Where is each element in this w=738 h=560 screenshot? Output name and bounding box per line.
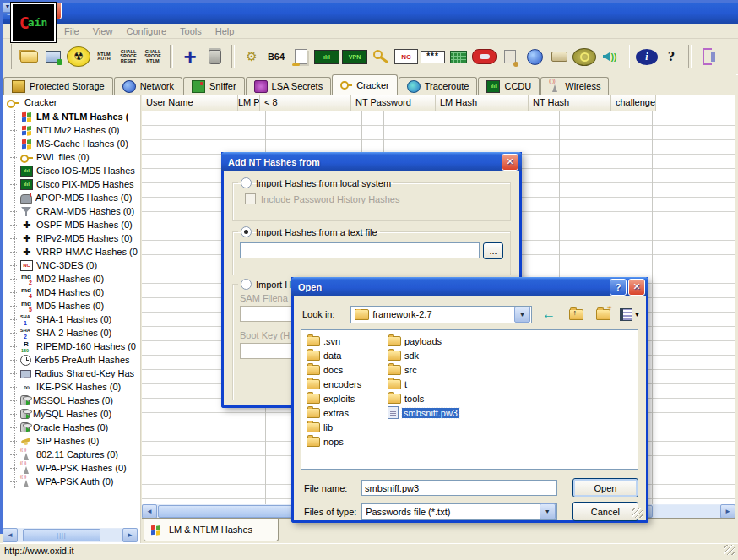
start-apr-icon[interactable]: ☢ — [67, 46, 90, 67]
base64-password-decoder-icon[interactable]: B64 — [265, 43, 287, 70]
toolbar-separator[interactable] — [231, 45, 235, 68]
toolbar-separator[interactable] — [170, 45, 173, 68]
remove-icon[interactable] — [203, 43, 225, 70]
key-search-icon[interactable] — [572, 48, 596, 66]
radio-import-local[interactable] — [241, 177, 252, 188]
resize-grip[interactable] — [724, 545, 735, 555]
column-header[interactable]: NT Hash — [529, 95, 611, 111]
tree-item[interactable]: IKE-PSK Hashes (0) — [3, 380, 140, 394]
chall-spoof-ntlm-icon[interactable]: CHALL SPOOF NTLM — [142, 43, 164, 70]
info-icon[interactable]: i — [636, 49, 658, 65]
close-icon[interactable]: ✕ — [502, 154, 518, 171]
tree-item[interactable]: SIP Hashes (0) — [3, 434, 140, 448]
scroll-left-icon[interactable]: ◄ — [142, 504, 157, 519]
column-header[interactable]: challenge — [611, 95, 656, 111]
bottom-tab-lm-ntlm[interactable]: LM & NTLM Hashes — [144, 519, 279, 541]
save-session-icon[interactable] — [42, 43, 64, 70]
tree-item[interactable]: WPA-PSK Hashes (0) — [3, 461, 140, 475]
sidebar-hscrollbar[interactable]: ◄ |||| ► — [3, 528, 138, 542]
configure-icon[interactable]: ⚙ — [241, 43, 263, 70]
tree-item[interactable]: Cisco IOS-MD5 Hashes — [3, 164, 140, 177]
open-file-icon[interactable] — [18, 43, 40, 70]
close-icon[interactable]: ✕ — [628, 279, 645, 296]
tree-item[interactable]: VNC-3DES (0) — [3, 258, 140, 272]
tree-item[interactable]: 802.11 Captures (0) — [3, 448, 140, 461]
textfile-path-input[interactable] — [240, 242, 480, 258]
new-folder-button[interactable] — [593, 305, 613, 323]
tree-item[interactable]: Radius Shared-Key Has — [3, 367, 140, 380]
remote-connection-icon[interactable] — [599, 43, 621, 70]
ntlm-auth-icon[interactable]: NTLM AUTH — [93, 43, 115, 70]
tree-item[interactable]: SHA-2 Hashes (0) — [3, 326, 140, 340]
tree-item[interactable]: MD5 Hashes (0) — [3, 299, 140, 313]
securid-token-icon[interactable] — [472, 49, 497, 64]
chevron-down-icon[interactable]: ▼ — [514, 307, 530, 323]
tree-item[interactable]: LM & NTLM Hashes ( — [3, 110, 140, 123]
file-list-item[interactable]: sdk — [384, 348, 465, 362]
file-list-item[interactable]: nops — [303, 434, 384, 449]
tree-item[interactable]: VRRP-HMAC Hashes (0 — [3, 245, 140, 258]
tree-item[interactable]: NTLMv2 Hashes (0) — [3, 123, 140, 137]
tab[interactable]: CCDU — [478, 77, 540, 95]
file-list-item[interactable]: t — [384, 377, 465, 391]
tab[interactable]: Protected Storage — [3, 77, 113, 95]
file-list-item[interactable]: lib — [303, 420, 384, 434]
scroll-right-icon[interactable]: ► — [122, 528, 138, 542]
scroll-left-icon[interactable]: ◄ — [3, 528, 18, 542]
tab[interactable]: LSA Secrets — [246, 77, 332, 95]
password-revealer-icon[interactable]: *** — [421, 51, 445, 63]
tab[interactable]: Wireless — [540, 77, 609, 95]
column-header[interactable]: LM Hash — [436, 95, 529, 111]
exit-icon[interactable] — [697, 43, 719, 70]
column-header[interactable]: NT Password — [351, 95, 436, 111]
calculator-icon[interactable] — [448, 43, 469, 70]
modem-icon[interactable] — [548, 43, 570, 70]
vnc-decoder-icon[interactable]: NC — [394, 49, 418, 64]
tab[interactable]: Network — [114, 77, 182, 95]
file-list-item[interactable]: smbsniff.pw3 — [384, 405, 465, 420]
sidebar-scroll-track[interactable]: |||| — [18, 529, 122, 541]
tree-item[interactable]: CRAM-MD5 Hashes (0) — [3, 204, 140, 218]
tree-item[interactable]: OSPF-MD5 Hashes (0) — [3, 218, 140, 231]
menu-item[interactable]: Configure — [120, 25, 172, 37]
menu-item[interactable]: File — [58, 25, 85, 37]
tree-item[interactable]: WPA-PSK Auth (0) — [3, 475, 140, 488]
menu-item[interactable]: View — [87, 25, 119, 37]
titlebar[interactable]: ▼ _ □ ✕ — [0, 0, 738, 24]
tree-item[interactable]: RIPEMD-160 Hashes (0 — [3, 340, 140, 353]
tree-item[interactable]: SHA-1 Hashes (0) — [3, 313, 140, 326]
tree-item[interactable]: MD4 Hashes (0) — [3, 285, 140, 299]
tree-item[interactable]: RIPv2-MD5 Hashes (0) — [3, 231, 140, 245]
add-to-list-icon[interactable]: + — [179, 43, 201, 70]
network-enumerator-icon[interactable] — [524, 43, 545, 70]
open-button[interactable]: Open — [572, 478, 638, 497]
cancel-button[interactable]: Cancel — [572, 502, 638, 521]
sidebar-scroll-thumb[interactable]: |||| — [23, 529, 100, 541]
cisco-vpn-decoder-icon[interactable]: VPN — [342, 50, 367, 64]
column-header[interactable]: < 8 — [260, 95, 351, 111]
up-one-level-button[interactable] — [566, 305, 586, 323]
tree-item[interactable]: Oracle Hashes (0) — [3, 421, 140, 434]
help-icon[interactable]: ? — [660, 43, 682, 70]
tree-item[interactable]: Kerb5 PreAuth Hashes — [3, 353, 140, 367]
tab[interactable]: Traceroute — [399, 77, 478, 95]
tree-item[interactable]: MD2 Hashes (0) — [3, 272, 140, 285]
chevron-down-icon[interactable]: ▼ — [540, 503, 556, 519]
tree-item[interactable]: MSSQL Hashes (0) — [3, 394, 140, 407]
back-button[interactable]: ← — [539, 305, 559, 323]
file-list-item[interactable]: docs — [303, 362, 384, 377]
tab[interactable]: Sniffer — [183, 77, 245, 95]
tree-item[interactable]: PWL files (0) — [3, 150, 140, 164]
file-list-item[interactable]: tools — [384, 391, 465, 405]
file-list-item[interactable]: src — [384, 362, 465, 377]
scroll-right-icon[interactable]: ► — [720, 504, 735, 519]
dialog-resize-grip[interactable] — [632, 508, 643, 518]
certificate-collector-icon[interactable] — [499, 43, 521, 70]
toolbar-separator[interactable] — [627, 45, 630, 68]
open-dialog-titlebar[interactable]: Open ? ✕ — [291, 277, 648, 296]
file-list-item[interactable]: extras — [303, 405, 384, 420]
menu-item[interactable]: Help — [209, 25, 241, 37]
radio-import-sam[interactable] — [241, 279, 252, 290]
rainbow-table-icon[interactable]: ılıl — [314, 50, 339, 64]
tab[interactable]: Cracker — [332, 74, 398, 95]
